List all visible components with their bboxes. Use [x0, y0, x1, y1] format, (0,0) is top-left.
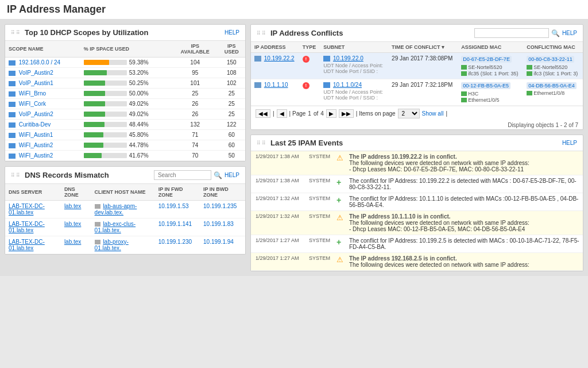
dhcp-scope-name: WiFI_Austin2	[5, 140, 80, 151]
dhcp-scope-link[interactable]: VoIP_Austin2	[19, 70, 53, 76]
dhcp-available: 104	[172, 57, 218, 68]
dhcp-scope-link[interactable]: VoIP_Austin2	[19, 111, 53, 117]
conflict-ip-link[interactable]: 10.199.22.2	[264, 55, 295, 62]
event-icon: ⚠	[334, 151, 346, 175]
dhcp-used: 60	[218, 130, 245, 140]
conflict-assigned-mac-box: 00-12-FB-B5-0A-E5	[461, 82, 510, 89]
conflict-conf-mac-box: 04-DB-56-B5-0A-E4	[527, 82, 577, 89]
event-plus-icon: +	[336, 195, 341, 205]
event-text-bold: The IP address 192.168.2.5 is in confict…	[349, 255, 579, 262]
event-text-bold: The IP address 10.1.1.10 is in confict.	[349, 213, 579, 220]
dhcp-percent: 59.38%	[80, 57, 172, 68]
dhcp-available: 132	[172, 120, 218, 130]
event-warning-icon: ⚠	[336, 213, 343, 222]
event-system: SYSTEM	[305, 151, 334, 175]
dhcp-scope-link[interactable]: WiFI_Austin1	[19, 132, 53, 138]
dhcp-percent: 49.02%	[80, 99, 172, 109]
event-message: The conflict for IP Address: 10.199.22.2…	[346, 175, 583, 193]
dns-host: lab-exc-clus-01.lab.tex.	[91, 218, 155, 236]
conflicts-help-link[interactable]: HELP	[562, 30, 577, 36]
conflict-type-icon: !	[303, 56, 310, 63]
show-all-link[interactable]: Show all	[422, 110, 444, 117]
dns-table: DNS SERVER DNS ZONE CLIENT HOST NAME IP …	[5, 184, 245, 254]
conflict-time: 29 Jan 2017 7:32:18PM	[388, 79, 458, 106]
dns-bwd: 10.199.1.94	[200, 236, 245, 254]
dhcp-scope-link[interactable]: WiFI_Cork	[19, 101, 46, 107]
dhcp-used: 25	[218, 109, 245, 120]
event-system: SYSTEM	[305, 193, 334, 211]
dns-zone-link[interactable]: lab.tex	[64, 221, 81, 227]
dhcp-row: VoIP_Austin2 53.20% 95 108	[5, 68, 245, 78]
dns-server: LAB-TEX-DC-01.lab.tex	[5, 201, 61, 218]
conf-col-time: TIME OF CONFLICT ▾	[388, 42, 458, 53]
dns-help-link[interactable]: HELP	[225, 172, 239, 178]
event-text: The conflict for IP Address: 10.199.22.2…	[349, 178, 579, 190]
dhcp-scope-name: Curitiba-Dev	[5, 120, 80, 130]
dns-zone-link[interactable]: lab.tex	[64, 203, 81, 209]
events-row: 1/29/2017 1:38 AM SYSTEM + The conflict …	[251, 175, 583, 193]
events-help-link[interactable]: HELP	[562, 140, 577, 146]
page-last-btn[interactable]: ▶▶	[339, 109, 354, 118]
dns-fwd: 10.199.1.53	[155, 201, 200, 218]
conflicts-table: IP ADDRESS TYPE SUBNET TIME OF CONFLICT …	[251, 42, 583, 106]
dns-server-link[interactable]: LAB-TEX-DC-01.lab.tex	[9, 203, 45, 216]
dns-bwd: 10.199.1.83	[200, 218, 245, 236]
dns-host-link[interactable]: lab-aus-apm-dev.lab.tex.	[95, 203, 137, 216]
dhcp-scope-link[interactable]: VoIP_Austin1	[19, 80, 53, 86]
dhcp-row: WiFI_Austin2 41.67% 70 50	[5, 151, 245, 161]
dns-server-link[interactable]: LAB-TEX-DC-01.lab.tex	[9, 239, 45, 251]
dhcp-help-link[interactable]: HELP	[225, 29, 239, 36]
page-prev-btn[interactable]: ◀	[277, 109, 287, 118]
conflicts-row: 10.199.22.2 ! 10.199.22.0 UDT Node / Acc…	[251, 53, 583, 79]
dhcp-col-name: SCOPE NAME	[5, 41, 80, 57]
conflicts-search-icon[interactable]: 🔍	[551, 29, 560, 37]
dhcp-row: VoIP_Austin2 49.02% 26 25	[5, 109, 245, 120]
conflicts-search-input[interactable]	[474, 28, 549, 38]
dhcp-used: 122	[218, 120, 245, 130]
event-time: 1/29/2017 1:27 AM	[251, 235, 305, 253]
conflict-udt-port: UDT Node Port / SSID :	[323, 68, 385, 74]
page-first-btn[interactable]: ◀◀	[256, 109, 270, 118]
event-message: The IP address 192.168.2.5 is in confict…	[346, 253, 583, 271]
dns-server-link[interactable]: LAB-TEX-DC-01.lab.tex	[9, 221, 45, 233]
dhcp-row: WiFI_Brno 50.00% 25 25	[5, 89, 245, 99]
dhcp-scope-link[interactable]: WiFI_Brno	[19, 90, 46, 97]
conf-col-type: TYPE	[299, 42, 320, 53]
dns-zone-link[interactable]: lab.tex	[64, 239, 81, 245]
items-per-page-select[interactable]: 2510	[398, 109, 420, 118]
dhcp-scope-link[interactable]: WiFI_Austin2	[19, 142, 53, 148]
conf-col-conflicting: CONFLICTING MAC	[523, 42, 583, 53]
dns-server: LAB-TEX-DC-01.lab.tex	[5, 218, 61, 236]
dhcp-scope-link[interactable]: 192.168.0.0 / 24	[19, 59, 60, 66]
dns-col-bwd: IP IN BWD ZONE	[200, 184, 245, 201]
dhcp-percent: 50.00%	[80, 89, 172, 99]
page-separator2: | Items on page	[356, 110, 396, 117]
conflict-time: 29 Jan 2017 7:38:08PM	[388, 53, 458, 79]
event-message: The IP address 10.199.22.2 is in confict…	[346, 151, 583, 175]
conflict-subnet-link[interactable]: 10.199.22.0	[333, 55, 363, 62]
conflicts-row: 10.1.1.10 ! 10.1.1.0/24 UDT Node / Acces…	[251, 79, 583, 106]
conflict-type: !	[299, 79, 320, 106]
event-time: 1/29/2017 1:32 AM	[251, 211, 305, 235]
dhcp-percent: 50.25%	[80, 78, 172, 89]
dhcp-scope-name: WiFI_Cork	[5, 99, 80, 109]
events-row: 1/29/2017 1:38 AM SYSTEM ⚠ The IP addres…	[251, 151, 583, 175]
event-plus-icon: +	[336, 237, 341, 247]
event-system: SYSTEM	[305, 253, 334, 271]
page-next-btn[interactable]: ▶	[326, 109, 336, 118]
dhcp-scope-link[interactable]: Curitiba-Dev	[19, 121, 51, 128]
conflict-ip-link[interactable]: 10.1.1.10	[264, 82, 288, 88]
dns-search-icon[interactable]: 🔍	[214, 171, 222, 179]
dns-panel-title: DNS Records Mismatch	[25, 171, 109, 179]
dns-bwd: 10.199.1.235	[200, 201, 245, 218]
conflict-subnet-link[interactable]: 10.1.1.0/24	[333, 82, 362, 88]
page-total: 4	[320, 110, 324, 117]
dhcp-used: 150	[218, 57, 245, 68]
dns-search-input[interactable]	[154, 170, 211, 180]
events-drag-handle: ⠿⠿	[257, 140, 267, 146]
event-text: The following devices were detected on n…	[349, 262, 579, 268]
dhcp-scope-link[interactable]: WiFI_Austin2	[19, 152, 53, 159]
dns-host-link[interactable]: lab-exc-clus-01.lab.tex.	[95, 221, 136, 233]
dhcp-used: 25	[218, 99, 245, 109]
conflict-type: !	[299, 53, 320, 79]
